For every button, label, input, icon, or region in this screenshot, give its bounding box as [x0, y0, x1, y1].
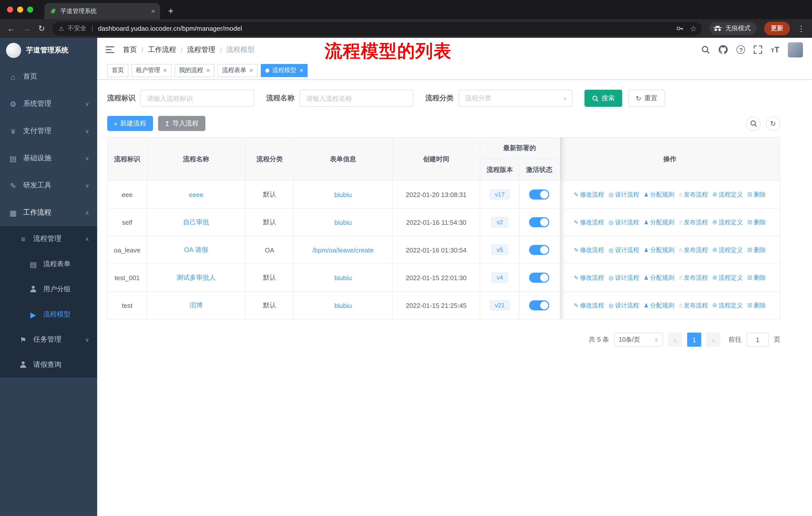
sidebar-item-leave-query[interactable]: 请假查询 — [0, 352, 97, 377]
form-info-link[interactable]: biubiu — [334, 191, 352, 198]
github-icon[interactable] — [719, 45, 728, 54]
column-header-created[interactable]: 创建时间 — [392, 137, 480, 181]
assign-rule-link[interactable]: ♟分配规则 — [644, 218, 674, 226]
process-name-input[interactable] — [299, 90, 413, 107]
publish-process-link[interactable]: ☝发布流程 — [679, 218, 708, 226]
column-header-category[interactable]: 流程分类 — [245, 137, 294, 181]
page-number-button[interactable]: 1 — [687, 332, 701, 347]
reset-button[interactable]: ↻ 重置 — [628, 90, 665, 107]
form-info-link[interactable]: biubiu — [334, 218, 352, 226]
address-bar[interactable]: ⚠ 不安全 dashboard.yudao.iocoder.cn/bpm/man… — [53, 21, 702, 35]
process-name-link[interactable]: eeee — [189, 191, 203, 198]
status-toggle[interactable] — [529, 245, 549, 255]
sidebar-item-home[interactable]: ⌂ 首页 — [0, 63, 97, 90]
security-warning-icon[interactable]: ⚠ — [59, 25, 64, 32]
design-process-link[interactable]: ◎设计流程 — [609, 273, 639, 282]
modify-process-link[interactable]: ✎修改流程 — [574, 218, 604, 226]
tab-close-icon[interactable]: × — [151, 7, 155, 15]
process-definition-link[interactable]: ✇流程定义 — [712, 301, 743, 310]
sidebar-item-system[interactable]: ⚙ 系统管理 ∨ — [0, 90, 97, 117]
page-size-select[interactable]: 10条/页 ∨ — [614, 332, 663, 347]
modify-process-link[interactable]: ✎修改流程 — [574, 246, 604, 254]
process-definition-link[interactable]: ✇流程定义 — [712, 273, 743, 282]
design-process-link[interactable]: ◎设计流程 — [609, 301, 639, 310]
sidebar-item-process-model[interactable]: ▶ 流程模型 — [0, 302, 97, 327]
delete-link[interactable]: ☒删除 — [747, 273, 766, 282]
delete-link[interactable]: ☒删除 — [747, 190, 766, 199]
back-button[interactable]: ← — [7, 24, 15, 32]
column-header-form[interactable]: 表单信息 — [294, 137, 392, 181]
status-toggle[interactable] — [529, 189, 549, 199]
close-icon[interactable]: × — [163, 66, 167, 74]
sidebar-item-workflow[interactable]: ▦ 工作流程 ∧ — [0, 199, 97, 226]
update-button[interactable]: 更新 — [764, 22, 790, 35]
search-icon[interactable] — [701, 45, 710, 54]
publish-process-link[interactable]: ☝发布流程 — [679, 190, 708, 199]
modify-process-link[interactable]: ✎修改流程 — [574, 301, 604, 310]
design-process-link[interactable]: ◎设计流程 — [609, 246, 639, 254]
reload-button[interactable]: ↻ — [38, 24, 45, 32]
column-header-version[interactable]: 流程版本 — [480, 159, 519, 181]
goto-page-input[interactable] — [747, 332, 769, 347]
column-header-name[interactable]: 流程名称 — [147, 137, 245, 181]
close-icon[interactable]: × — [206, 66, 210, 74]
browser-tab[interactable]: 芋道管理系统 × — [44, 3, 160, 19]
version-badge[interactable]: v4 — [492, 273, 508, 283]
assign-rule-link[interactable]: ♟分配规则 — [644, 301, 674, 310]
tag-home[interactable]: 首页 — [107, 64, 128, 77]
design-process-link[interactable]: ◎设计流程 — [609, 190, 639, 199]
status-toggle[interactable] — [529, 273, 549, 283]
assign-rule-link[interactable]: ♟分配规则 — [644, 190, 674, 199]
tag-process-model[interactable]: 流程模型× — [261, 64, 308, 77]
process-definition-link[interactable]: ✇流程定义 — [712, 246, 743, 254]
sidebar-item-infrastructure[interactable]: ▤ 基础设施 ∨ — [0, 145, 97, 172]
publish-process-link[interactable]: ☝发布流程 — [679, 301, 708, 310]
window-minimize-button[interactable] — [17, 6, 23, 12]
assign-rule-link[interactable]: ♟分配规则 — [644, 246, 674, 254]
browser-menu-icon[interactable]: ⋮ — [798, 24, 805, 33]
forward-button[interactable]: → — [23, 24, 31, 32]
process-name-link[interactable]: 滔博 — [190, 301, 203, 309]
bookmark-star-icon[interactable]: ☆ — [690, 24, 697, 33]
process-name-link[interactable]: 自己审批 — [183, 218, 209, 226]
sidebar-item-process-form[interactable]: ▤ 流程表单 — [0, 251, 97, 277]
process-definition-link[interactable]: ✇流程定义 — [712, 218, 743, 226]
toggle-search-button[interactable] — [746, 116, 761, 131]
form-info-link[interactable]: /bpm/oa/leave/create — [312, 246, 374, 254]
version-badge[interactable]: v17 — [490, 189, 510, 199]
publish-process-link[interactable]: ☝发布流程 — [679, 273, 708, 282]
delete-link[interactable]: ☒删除 — [747, 218, 766, 226]
form-info-link[interactable]: biubiu — [334, 302, 352, 309]
create-process-button[interactable]: + 新建流程 — [107, 116, 153, 131]
sidebar-item-task-manage[interactable]: ⚑ 任务管理 ∨ — [0, 327, 97, 352]
close-icon[interactable]: × — [249, 66, 253, 74]
user-avatar[interactable] — [788, 42, 803, 57]
publish-process-link[interactable]: ☝发布流程 — [679, 246, 708, 254]
breadcrumb-process-manage[interactable]: 流程管理 — [187, 45, 215, 54]
assign-rule-link[interactable]: ♟分配规则 — [644, 273, 674, 282]
fullscreen-icon[interactable] — [754, 45, 762, 54]
search-button[interactable]: 搜索 — [584, 90, 622, 107]
design-process-link[interactable]: ◎设计流程 — [609, 218, 639, 226]
process-name-link[interactable]: 测试多审批人 — [176, 274, 216, 281]
modify-process-link[interactable]: ✎修改流程 — [574, 273, 604, 282]
font-size-icon[interactable]: TT — [771, 46, 779, 54]
version-badge[interactable]: v21 — [490, 300, 510, 310]
sidebar-collapse-button[interactable] — [105, 46, 115, 53]
process-definition-link[interactable]: ✇流程定义 — [712, 190, 743, 199]
column-header-status[interactable]: 激活状态 — [520, 159, 559, 181]
tag-tenant-manage[interactable]: 租户管理× — [132, 64, 171, 77]
new-tab-button[interactable]: + — [168, 6, 173, 16]
window-close-button[interactable] — [7, 6, 13, 12]
status-toggle[interactable] — [529, 217, 549, 227]
help-icon[interactable]: ? — [737, 45, 745, 54]
version-badge[interactable]: v2 — [492, 217, 508, 227]
breadcrumb-home[interactable]: 首页 — [123, 45, 137, 54]
breadcrumb-workflow[interactable]: 工作流程 — [148, 45, 176, 54]
sidebar-item-process-manage[interactable]: ≡ 流程管理 ∧ — [0, 226, 97, 251]
close-icon[interactable]: × — [299, 66, 303, 74]
window-zoom-button[interactable] — [27, 6, 33, 12]
prev-page-button[interactable]: ‹ — [668, 332, 682, 347]
process-key-input[interactable] — [141, 90, 254, 107]
next-page-button[interactable]: › — [706, 332, 720, 347]
